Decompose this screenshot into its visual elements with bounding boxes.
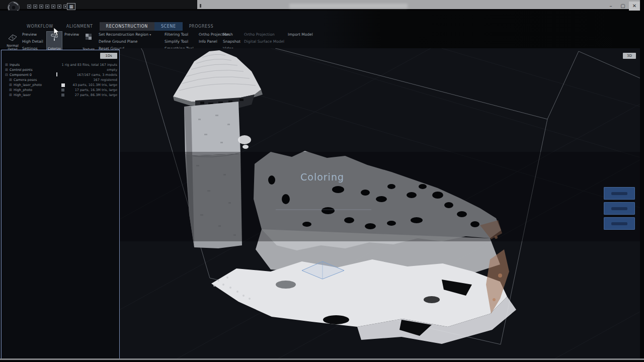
quick-access-toolbar xyxy=(27,5,67,9)
set-reconstruction-region-button[interactable]: Set Reconstruction Region ▾ xyxy=(99,32,151,37)
export-ortho-projection-button[interactable]: Ortho Projection xyxy=(244,32,275,37)
title-marker-icon xyxy=(200,4,201,8)
expander-icon[interactable]: ⊞ xyxy=(5,62,8,67)
tree-label: Inputs xyxy=(10,62,20,67)
tab-alignment[interactable]: ALIGNMENT xyxy=(60,22,100,31)
define-ground-plane-button[interactable]: Define Ground Plane xyxy=(99,39,137,44)
tree-value: 43 parts, 101.3M tris, large xyxy=(53,82,117,87)
quick-access-icon-4[interactable] xyxy=(45,5,49,9)
expander-icon[interactable]: ⊞ xyxy=(9,77,12,82)
quick-access-icon-3[interactable] xyxy=(39,5,43,9)
tree-label: Camera poses xyxy=(14,77,37,82)
tree-value: 27 parts, 86.3M tris, large xyxy=(53,93,117,98)
layout-grid-icon[interactable]: ▦ xyxy=(67,3,75,10)
point-cloud-scene xyxy=(120,48,640,360)
tree-value: empty xyxy=(53,67,117,72)
export-digital-surface-model-button[interactable]: Digital Surface Model xyxy=(244,39,284,44)
tree-row-inputs[interactable]: ⊞ Inputs 1 rig and 83 files, total 167 i… xyxy=(2,62,119,67)
import-model-button[interactable]: Import Model xyxy=(288,32,313,37)
preview-color-button[interactable]: Preview xyxy=(64,32,79,37)
quick-access-icon-2[interactable] xyxy=(33,5,37,9)
tree-row-high-laser[interactable]: ⊞ High_laser 27 parts, 86.3M tris, large xyxy=(2,93,119,98)
task-progress-bar xyxy=(276,209,371,210)
tree-value: 167 registered xyxy=(53,77,117,82)
expander-icon[interactable]: ⊞ xyxy=(5,67,8,72)
ribbon-tabs: WORKFLOW ALIGNMENT RECONSTRUCTION SCENE … xyxy=(20,22,220,31)
quick-access-icon-5[interactable] xyxy=(51,5,55,9)
tree-row-high-laser-photo[interactable]: ⊞ High_laser_photo 43 parts, 101.3M tris… xyxy=(2,82,119,87)
tree-label: High_laser xyxy=(14,93,31,98)
export-snapshot-button[interactable]: Snapshot xyxy=(223,39,240,44)
tree-label: High_photo xyxy=(14,87,32,93)
expander-icon[interactable]: ⊞ xyxy=(9,82,12,87)
info-panel-button[interactable]: Info Panel xyxy=(199,39,217,44)
chevron-down-icon: ▾ xyxy=(149,33,151,36)
high-detail-button[interactable]: High Detail xyxy=(22,39,43,44)
maximize-button[interactable]: ▢ xyxy=(618,2,628,11)
texture-icon xyxy=(85,33,93,41)
tree-row-component-0[interactable]: ⊟ Component 0 167/167 cams, 3 models xyxy=(2,72,119,77)
tree-value: 1 rig and 83 files, total 167 inputs xyxy=(53,62,117,67)
tree-row-control-points[interactable]: ⊞ Control points empty xyxy=(2,67,119,72)
mouse-cursor xyxy=(53,28,60,39)
filtering-tool-button[interactable]: Filtering Tool xyxy=(165,32,188,37)
panel-view-selector-button[interactable]: 1Ds xyxy=(100,53,117,59)
expander-icon[interactable]: ⊞ xyxy=(9,93,12,98)
viewport-3d[interactable]: Coloring 3D xyxy=(120,48,640,360)
expander-icon[interactable]: ⊟ xyxy=(5,72,8,77)
tab-progress[interactable]: PROGRESS xyxy=(183,22,220,31)
progress-button-3[interactable] xyxy=(604,217,635,230)
simplify-tool-button[interactable]: Simplify Tool xyxy=(165,39,188,44)
close-button[interactable]: ✕ xyxy=(629,2,640,11)
normal-detail-icon xyxy=(7,33,18,42)
scene-tree-panel: 1Ds ⊞ Inputs 1 rig and 83 files, total 1… xyxy=(1,50,120,359)
realitycapture-window: ▦ – ▢ ✕ WORKFLOW ALIGNMENT RECONSTRUCTIO… xyxy=(0,0,644,362)
ribbon: WORKFLOW ALIGNMENT RECONSTRUCTION SCENE … xyxy=(0,11,640,48)
tree-label: Control points xyxy=(10,67,33,72)
tree-label: Component 0 xyxy=(10,72,32,77)
progress-button-1[interactable] xyxy=(604,187,635,200)
viewport-view-selector-button[interactable]: 3D xyxy=(623,53,636,59)
texture-button[interactable]: Texture xyxy=(79,31,98,52)
tree-row-camera-poses[interactable]: ⊞ Camera poses 167 registered xyxy=(2,77,119,82)
normal-detail-button[interactable]: Normal Detail xyxy=(3,31,22,52)
export-mesh-button[interactable]: Mesh xyxy=(223,32,233,37)
tab-reconstruction[interactable]: RECONSTRUCTION xyxy=(100,22,154,31)
minimize-button[interactable]: – xyxy=(606,2,616,11)
quick-access-icon-6[interactable] xyxy=(57,5,61,9)
tree-label: High_laser_photo xyxy=(14,82,42,87)
processing-dim-overlay xyxy=(120,152,640,241)
tree-value: 17 parts, 16.3M tris, large xyxy=(53,87,117,93)
tab-scene[interactable]: SCENE xyxy=(154,22,183,31)
quick-access-icon-1[interactable] xyxy=(27,5,31,9)
task-name-overlay: Coloring xyxy=(271,171,374,183)
preview-button[interactable]: Preview xyxy=(22,32,37,37)
progress-button-2[interactable] xyxy=(604,202,635,215)
tree-row-high-photo[interactable]: ⊞ High_photo 17 parts, 16.3M tris, large xyxy=(2,87,119,93)
expander-icon[interactable]: ⊞ xyxy=(9,87,12,93)
tree-value: 167/167 cams, 3 models xyxy=(53,72,117,77)
window-bottom-edge xyxy=(0,358,644,360)
window-title-ghost xyxy=(289,4,408,9)
